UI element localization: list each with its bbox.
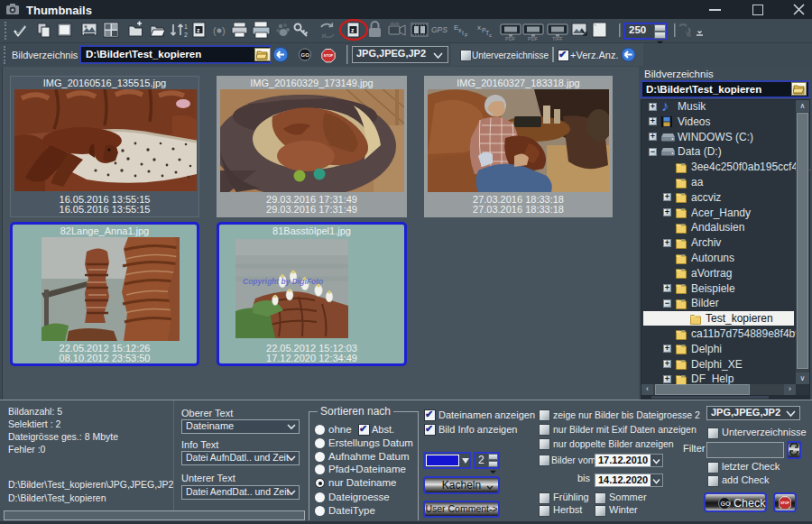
svg-text:): ) <box>222 25 226 36</box>
svg-text:2: 2 <box>184 32 188 38</box>
svg-text:PDF: PDF <box>528 36 539 41</box>
svg-text:F: F <box>465 32 468 38</box>
svg-text:1: 1 <box>184 23 188 30</box>
svg-text:z: z <box>197 27 200 33</box>
svg-text:PDF: PDF <box>505 36 516 41</box>
svg-text:(: ( <box>213 25 217 36</box>
svg-text:z: z <box>351 27 355 33</box>
svg-text:I: I <box>462 30 464 36</box>
svg-text:STOP: STOP <box>324 54 334 58</box>
svg-text:x: x <box>477 23 481 32</box>
svg-text:GPS: GPS <box>431 25 448 34</box>
svg-text:GO: GO <box>301 52 310 58</box>
svg-text:c: c <box>489 32 492 38</box>
svg-text:Copyright by DigiFoto: Copyright by DigiFoto <box>243 277 323 286</box>
svg-text:TIFF: TIFF <box>552 36 563 41</box>
svg-text:STOP: STOP <box>780 501 789 505</box>
